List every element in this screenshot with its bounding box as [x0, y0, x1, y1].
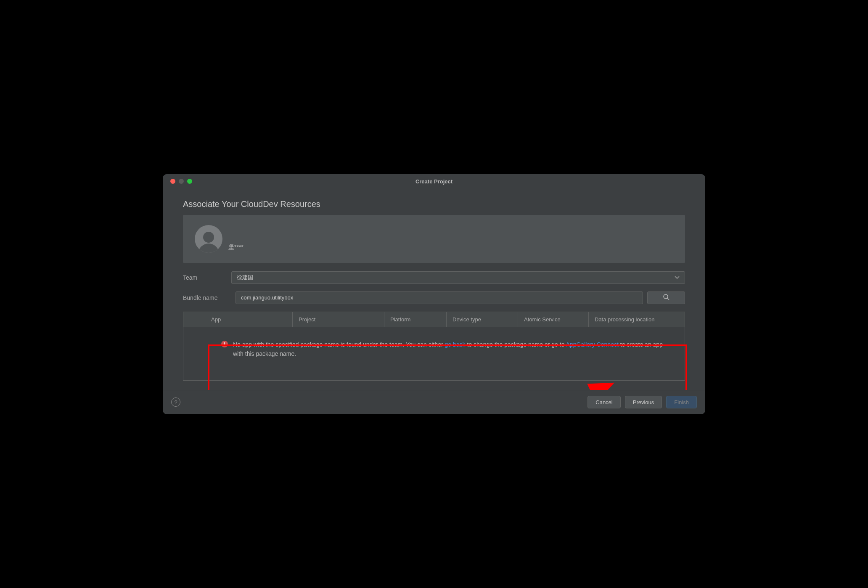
team-value: 徐建国 [237, 274, 253, 281]
team-select[interactable]: 徐建国 [231, 271, 685, 284]
th-atomic: Atomic Service [518, 312, 589, 327]
user-card: 坚**** [183, 215, 685, 263]
chevron-down-icon [675, 276, 680, 279]
bundle-name-input[interactable] [236, 291, 643, 304]
cancel-button[interactable]: Cancel [587, 396, 620, 408]
th-platform: Platform [384, 312, 447, 327]
bundle-label: Bundle name [183, 294, 231, 301]
bundle-row: Bundle name [183, 291, 685, 304]
previous-button[interactable]: Previous [625, 396, 662, 408]
user-name: 坚**** [228, 244, 243, 251]
team-label: Team [183, 274, 231, 281]
page-title: Associate Your CloudDev Resources [183, 199, 685, 209]
titlebar: Create Project [163, 174, 705, 189]
help-icon[interactable]: ? [171, 397, 180, 407]
dialog-footer: ? Cancel Previous Finish [163, 390, 705, 414]
traffic-lights [163, 179, 192, 184]
results-table: App Project Platform Device type Atomic … [183, 312, 685, 381]
th-app: App [205, 312, 293, 327]
window-close-button[interactable] [170, 179, 175, 184]
error-text: No app with the specified package name i… [233, 340, 664, 359]
window-minimize-button[interactable] [179, 179, 184, 184]
th-data-location: Data processing location [589, 312, 685, 327]
dialog-content: Associate Your CloudDev Resources 坚**** … [163, 189, 705, 414]
window-maximize-button[interactable] [187, 179, 192, 184]
search-button[interactable] [647, 291, 685, 304]
table-header: App Project Platform Device type Atomic … [183, 312, 685, 327]
th-project: Project [293, 312, 384, 327]
th-checkbox [183, 312, 205, 327]
table-body: ! No app with the specified package name… [183, 327, 685, 380]
svg-point-0 [664, 294, 668, 299]
search-icon [663, 294, 670, 302]
error-icon: ! [221, 341, 228, 347]
dialog-window: Create Project Associate Your CloudDev R… [163, 174, 705, 414]
team-row: Team 徐建国 [183, 271, 685, 284]
th-device: Device type [447, 312, 518, 327]
appgallery-connect-link[interactable]: AppGallery Connect [566, 341, 619, 348]
window-title: Create Project [415, 178, 453, 185]
finish-button[interactable]: Finish [666, 396, 697, 408]
error-message: ! No app with the specified package name… [221, 340, 664, 359]
footer-buttons: Cancel Previous Finish [587, 396, 697, 408]
svg-line-1 [667, 298, 669, 300]
avatar [195, 225, 222, 253]
go-back-link[interactable]: go back [445, 341, 466, 348]
